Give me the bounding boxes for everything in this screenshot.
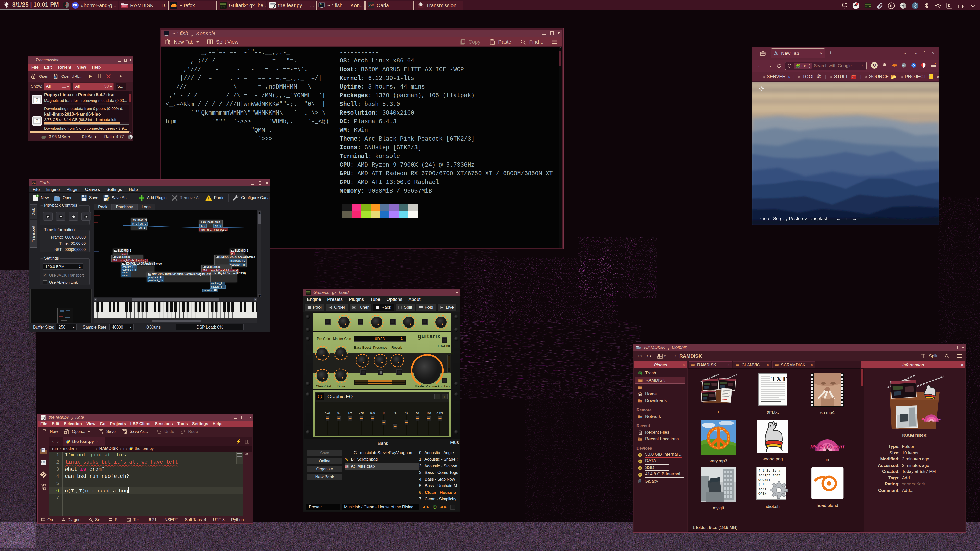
svg-text:scri: scri bbox=[759, 487, 767, 491]
svg-text:TXT: TXT bbox=[771, 375, 787, 383]
svg-text:OPEN: OPEN bbox=[759, 492, 767, 495]
svg-text:My Balls Hurt: My Balls Hurt bbox=[921, 418, 942, 421]
svg-text:script that: script that bbox=[759, 473, 780, 477]
svg-text:?: ? bbox=[36, 119, 38, 123]
svg-text:[ this is a: [ this is a bbox=[759, 469, 780, 473]
svg-text:OPENST: OPENST bbox=[759, 478, 770, 482]
svg-text:UD: UD bbox=[902, 64, 905, 67]
svg-text:[ th: [ th bbox=[759, 483, 767, 486]
svg-text:My Balls Hurt: My Balls Hurt bbox=[810, 444, 845, 449]
svg-text:?: ? bbox=[36, 98, 38, 102]
